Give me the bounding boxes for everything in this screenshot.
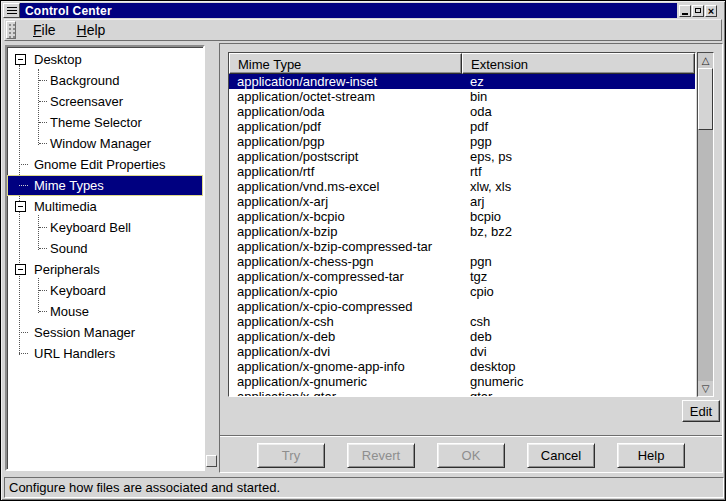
tree-item-label: Theme Selector: [50, 113, 142, 132]
mime-type-cell: application/x-cpio: [229, 284, 462, 299]
tree-item[interactable]: URL Handlers: [7, 343, 203, 364]
mime-row[interactable]: application/x-gtar gtar: [229, 389, 695, 396]
mime-row[interactable]: application/rtf rtf: [229, 164, 695, 179]
mime-row[interactable]: application/pgp pgp: [229, 134, 695, 149]
tree-item[interactable]: Window Manager: [7, 133, 203, 154]
column-header-extension[interactable]: Extension: [462, 53, 695, 74]
scroll-down-button[interactable]: ▽: [698, 381, 713, 396]
mime-table-body: application/andrew-inset ez application/…: [229, 74, 695, 396]
extension-cell: [462, 299, 470, 314]
mime-type-cell: application/x-gtar: [229, 389, 462, 396]
mime-row[interactable]: application/pdf pdf: [229, 119, 695, 134]
extension-cell: bz, bz2: [462, 224, 512, 239]
tree-expander-icon[interactable]: [15, 201, 26, 212]
tree-item-label: Screensaver: [50, 92, 123, 111]
tree-connector: [39, 122, 47, 123]
tree-item[interactable]: Keyboard: [7, 280, 203, 301]
mime-row[interactable]: application/andrew-inset ez: [229, 74, 695, 89]
tree-item[interactable]: Desktop: [7, 49, 203, 70]
tree-item-prefix: [14, 353, 34, 354]
pane-divider[interactable]: [205, 45, 219, 471]
action-button[interactable]: Try: [257, 443, 325, 468]
tree-item-label: Background: [50, 71, 119, 90]
tree-item-label: Keyboard Bell: [50, 218, 131, 237]
mime-row[interactable]: application/x-gnumeric gnumeric: [229, 374, 695, 389]
mime-type-cell: application/oda: [229, 104, 462, 119]
mime-row[interactable]: application/vnd.ms-excel xlw, xls: [229, 179, 695, 194]
menubar-drag-handle[interactable]: [6, 21, 16, 39]
mime-type-cell: application/x-bzip: [229, 224, 462, 239]
tree-connector: [19, 353, 28, 354]
tree-item[interactable]: Background: [7, 70, 203, 91]
mime-table-header: Mime Type Extension: [229, 53, 695, 74]
tree-item[interactable]: Multimedia: [7, 196, 203, 217]
action-button[interactable]: Revert: [347, 443, 415, 468]
mime-type-cell: application/x-chess-pgn: [229, 254, 462, 269]
window-menu-button[interactable]: [3, 3, 20, 18]
mime-row[interactable]: application/x-chess-pgn pgn: [229, 254, 695, 269]
mime-row[interactable]: application/x-bcpio bcpio: [229, 209, 695, 224]
tree-expander-icon[interactable]: [15, 264, 26, 275]
action-button[interactable]: Help: [617, 443, 685, 468]
tree-connector: [19, 164, 28, 165]
control-center-window: Control Center × File Help: [0, 0, 726, 501]
maximize-icon: [695, 8, 701, 13]
mime-row[interactable]: application/x-bzip-compressed-tar: [229, 239, 695, 254]
category-tree: Desktop Background Screensaver: [7, 47, 203, 469]
menu-file[interactable]: File: [26, 21, 63, 39]
scroll-up-button[interactable]: △: [698, 53, 713, 68]
action-button[interactable]: OK: [437, 443, 505, 468]
mime-row[interactable]: application/octet-stream bin: [229, 89, 695, 104]
tree-connector: [39, 248, 47, 249]
tree-expander-icon[interactable]: [15, 54, 26, 65]
tree-item-label: Gnome Edit Properties: [34, 155, 166, 174]
arrow-down-icon: ▽: [702, 383, 710, 394]
pane-resize-handle[interactable]: [206, 455, 217, 467]
mime-row[interactable]: application/x-gnome-app-info desktop: [229, 359, 695, 374]
mime-type-cell: application/octet-stream: [229, 89, 462, 104]
extension-cell: pdf: [462, 119, 488, 134]
edit-button[interactable]: Edit: [682, 400, 720, 422]
action-button[interactable]: Cancel: [527, 443, 595, 468]
minimize-button[interactable]: [679, 5, 691, 17]
scrollbar-thumb[interactable]: [698, 68, 713, 130]
mime-row[interactable]: application/x-cpio cpio: [229, 284, 695, 299]
tree-item[interactable]: Session Manager: [7, 322, 203, 343]
tree-item[interactable]: Keyboard Bell: [7, 217, 203, 238]
maximize-button[interactable]: [692, 5, 704, 17]
mime-row[interactable]: application/x-dvi dvi: [229, 344, 695, 359]
tree-item-label: Mouse: [50, 302, 89, 321]
tree-item[interactable]: Sound: [7, 238, 203, 259]
mime-row[interactable]: application/x-deb deb: [229, 329, 695, 344]
close-button[interactable]: ×: [705, 5, 717, 17]
tree-item[interactable]: Screensaver: [7, 91, 203, 112]
mime-row[interactable]: application/x-cpio-compressed: [229, 299, 695, 314]
mime-type-cell: application/vnd.ms-excel: [229, 179, 462, 194]
mime-type-cell: application/andrew-inset: [229, 74, 462, 89]
tree-item-label: Window Manager: [50, 134, 151, 153]
tree-item-prefix: [14, 201, 34, 212]
minimize-icon: [682, 13, 688, 15]
mime-row[interactable]: application/x-arj arj: [229, 194, 695, 209]
vertical-scrollbar[interactable]: △ ▽: [697, 52, 714, 397]
mime-row[interactable]: application/oda oda: [229, 104, 695, 119]
titlebar: Control Center ×: [3, 3, 723, 18]
mime-row[interactable]: application/x-bzip bz, bz2: [229, 224, 695, 239]
extension-cell: bin: [462, 89, 487, 104]
menu-help[interactable]: Help: [70, 21, 113, 39]
mime-row[interactable]: application/x-compressed-tar tgz: [229, 269, 695, 284]
tree-item-prefix: [39, 227, 50, 228]
mime-type-cell: application/x-cpio-compressed: [229, 299, 462, 314]
tree-item[interactable]: Peripherals: [7, 259, 203, 280]
column-header-mime-type[interactable]: Mime Type: [229, 53, 462, 74]
window-title: Control Center: [20, 3, 677, 18]
tree-item-prefix: [39, 143, 50, 144]
tree-item[interactable]: Mime Types: [7, 175, 203, 196]
mime-type-cell: application/x-deb: [229, 329, 462, 344]
tree-item[interactable]: Gnome Edit Properties: [7, 154, 203, 175]
close-icon: ×: [708, 6, 714, 16]
mime-row[interactable]: application/x-csh csh: [229, 314, 695, 329]
tree-item[interactable]: Theme Selector: [7, 112, 203, 133]
mime-row[interactable]: application/postscript eps, ps: [229, 149, 695, 164]
tree-item[interactable]: Mouse: [7, 301, 203, 322]
